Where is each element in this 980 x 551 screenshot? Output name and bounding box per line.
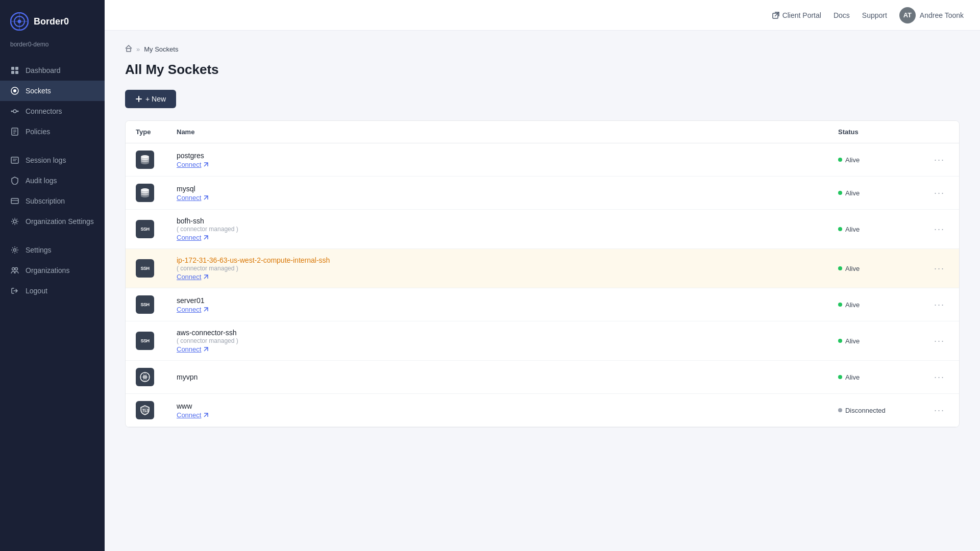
svg-rect-7: [11, 71, 14, 74]
type-icon-ssh: SSH: [136, 295, 154, 314]
docs-link[interactable]: Docs: [834, 11, 850, 19]
sidebar-item-logout[interactable]: Logout: [0, 281, 105, 301]
user-menu[interactable]: AT Andree Toonk: [899, 7, 964, 23]
sidebar-label-settings: Settings: [26, 246, 52, 254]
status-text: Alive: [845, 301, 860, 309]
sockets-table: Type Name Status postgres Connect: [125, 120, 960, 428]
connect-link[interactable]: Connect: [177, 161, 818, 168]
status-dot: [838, 227, 842, 231]
dashboard-icon: [10, 66, 19, 75]
breadcrumb-separator: »: [136, 45, 140, 53]
connect-link[interactable]: Connect: [177, 345, 818, 353]
sidebar-label-connectors: Connectors: [26, 107, 62, 115]
sidebar-label-organizations: Organizations: [26, 266, 69, 274]
sidebar-label-session-logs: Session logs: [26, 156, 66, 164]
svg-point-22: [13, 220, 16, 223]
organizations-icon: [10, 266, 19, 275]
connect-link[interactable]: Connect: [177, 273, 818, 281]
connect-link[interactable]: Connect: [177, 306, 818, 313]
table-row: postgres Connect Alive ···: [126, 143, 959, 177]
sidebar-label-subscription: Subscription: [26, 197, 65, 205]
sidebar-item-organizations[interactable]: Organizations: [0, 260, 105, 281]
table-row: TLS www Connect Disconnected ···: [126, 394, 959, 427]
col-name: Name: [166, 121, 828, 143]
socket-name: server01: [177, 296, 818, 305]
new-button[interactable]: + New: [125, 90, 176, 108]
sidebar-item-session-logs[interactable]: Session logs: [0, 150, 105, 170]
more-options-button[interactable]: ···: [930, 334, 949, 348]
sockets-icon: [10, 86, 19, 95]
type-icon-tls: TLS: [136, 401, 154, 419]
sidebar-item-org-settings[interactable]: Organization Settings: [0, 211, 105, 232]
more-options-button[interactable]: ···: [930, 403, 949, 418]
plus-icon: [135, 95, 142, 103]
sidebar-label-sockets: Sockets: [26, 87, 51, 95]
user-name: Andree Toonk: [920, 11, 964, 19]
connect-link[interactable]: Connect: [177, 234, 818, 241]
status-dot: [838, 408, 842, 412]
sidebar: Border0 border0-demo Dashboard Sockets C…: [0, 0, 105, 551]
sidebar-nav: Dashboard Sockets Connectors Policies: [0, 56, 105, 551]
breadcrumb: » My Sockets: [125, 45, 960, 54]
svg-point-10: [13, 89, 16, 92]
status-badge: Alive: [838, 373, 910, 381]
sidebar-item-audit-logs[interactable]: Audit logs: [0, 170, 105, 191]
sidebar-item-settings[interactable]: Settings: [0, 240, 105, 260]
connect-link[interactable]: Connect: [177, 411, 818, 419]
page-title: All My Sockets: [125, 62, 960, 78]
client-portal-label: Client Portal: [782, 11, 821, 19]
col-status: Status: [828, 121, 920, 143]
table-row: mysql Connect Alive ···: [126, 177, 959, 210]
socket-name: ip-172-31-36-63-us-west-2-compute-intern…: [177, 256, 818, 264]
support-link[interactable]: Support: [862, 11, 887, 19]
status-badge: Alive: [838, 189, 910, 197]
logo-text: Border0: [34, 16, 69, 27]
status-badge: Disconnected: [838, 407, 910, 414]
sidebar-label-org-settings: Organization Settings: [26, 217, 94, 226]
more-options-button[interactable]: ···: [930, 261, 949, 276]
type-icon-db: [136, 184, 154, 202]
more-options-button[interactable]: ···: [930, 186, 949, 201]
sidebar-item-subscription[interactable]: Subscription: [0, 191, 105, 211]
more-options-button[interactable]: ···: [930, 153, 949, 167]
table-row: myvpn Alive ···: [126, 361, 959, 394]
svg-point-23: [14, 249, 16, 252]
logout-icon: [10, 286, 19, 295]
more-options-button[interactable]: ···: [930, 222, 949, 237]
status-text: Alive: [845, 265, 860, 272]
table-row: SSH bofh-ssh ( connector managed ) Conne…: [126, 210, 959, 249]
svg-rect-20: [11, 198, 18, 204]
home-icon: [125, 45, 132, 54]
socket-name: bofh-ssh: [177, 217, 818, 225]
support-label: Support: [862, 11, 887, 19]
client-portal-link[interactable]: Client Portal: [772, 11, 821, 19]
main-content: Client Portal Docs Support AT Andree Too…: [105, 0, 980, 551]
more-options-button[interactable]: ···: [930, 297, 949, 312]
connect-link[interactable]: Connect: [177, 194, 818, 202]
sidebar-item-dashboard[interactable]: Dashboard: [0, 60, 105, 81]
status-text: Alive: [845, 156, 860, 164]
sidebar-label-audit-logs: Audit logs: [26, 177, 57, 185]
svg-rect-5: [11, 67, 14, 70]
status-badge: Alive: [838, 226, 910, 233]
more-options-button[interactable]: ···: [930, 370, 949, 385]
socket-name: www: [177, 402, 818, 410]
svg-point-11: [11, 111, 13, 112]
status-text: Disconnected: [845, 407, 886, 414]
avatar: AT: [899, 7, 916, 23]
status-badge: Alive: [838, 265, 910, 272]
session-logs-icon: [10, 156, 19, 165]
table-row: SSH aws-connector-ssh ( connector manage…: [126, 321, 959, 361]
status-text: Alive: [845, 337, 860, 345]
sidebar-item-connectors[interactable]: Connectors: [0, 101, 105, 121]
type-icon-vpn: [136, 368, 154, 386]
sidebar-item-sockets[interactable]: Sockets: [0, 81, 105, 101]
svg-point-25: [15, 268, 18, 270]
svg-point-12: [17, 111, 19, 112]
org-label: border0-demo: [0, 39, 105, 56]
type-icon-ssh: SSH: [136, 220, 154, 238]
status-dot: [838, 375, 842, 379]
sidebar-item-policies[interactable]: Policies: [0, 121, 105, 142]
col-actions: [920, 121, 959, 143]
socket-name: postgres: [177, 152, 818, 160]
